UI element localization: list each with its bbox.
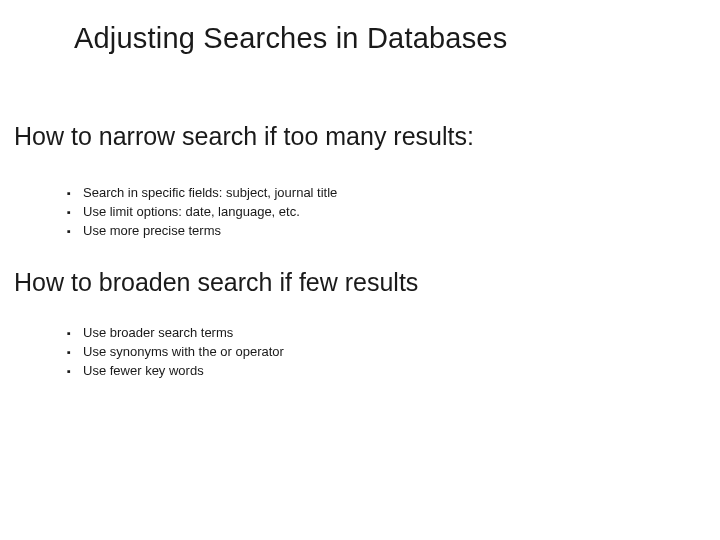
list-item: Search in specific fields: subject, jour…	[67, 184, 337, 203]
bullet-list-broaden: Use broader search terms Use synonyms wi…	[67, 324, 284, 381]
list-item: Use synonyms with the or operator	[67, 343, 284, 362]
section-heading-narrow: How to narrow search if too many results…	[14, 122, 474, 151]
list-item: Use fewer key words	[67, 362, 284, 381]
list-item: Use broader search terms	[67, 324, 284, 343]
list-item: Use more precise terms	[67, 222, 337, 241]
slide-title: Adjusting Searches in Databases	[74, 22, 507, 55]
slide: Adjusting Searches in Databases How to n…	[0, 0, 720, 540]
list-item: Use limit options: date, language, etc.	[67, 203, 337, 222]
bullet-list-narrow: Search in specific fields: subject, jour…	[67, 184, 337, 241]
section-heading-broaden: How to broaden search if few results	[14, 268, 418, 297]
